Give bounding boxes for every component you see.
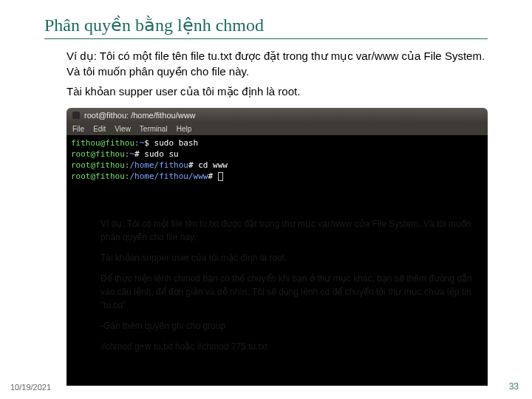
terminal-menubar: File Edit View Terminal Help [66,123,488,135]
ghost-p3: Để thực hiện lệnh chmod bạn có thể chuyể… [100,272,474,312]
slide-title: Phân quyền bằng lệnh chmod [0,0,532,38]
ghost-p2: Tài khỏan supper user của tôi mặc định l… [100,251,474,265]
menu-edit[interactable]: Edit [93,125,106,133]
ghost-p1: Ví dụ: Tôi có một file tên tu.txt được đ… [100,217,474,244]
ghost-p4: -Gán thêm quyền ghi cho group [100,319,474,332]
slide-date: 10/19/2021 [10,383,51,392]
menu-help[interactable]: Help [177,125,192,133]
terminal-body[interactable]: fithou@fithou:~$ sudo bashroot@fithou:~#… [66,135,488,386]
menu-terminal[interactable]: Terminal [140,125,168,133]
terminal-icon [72,112,80,119]
ghost-overlay: Ví dụ: Tôi có một file tên tu.txt được đ… [71,204,483,364]
body-line-1: Ví dụ: Tôi có một file tên file tu.txt đ… [0,48,532,83]
terminal-window: root@fithou: /home/fithou/www File Edit … [66,108,488,386]
terminal-title: root@fithou: /home/fithou/www [84,111,196,120]
cursor-icon [218,172,223,181]
menu-file[interactable]: File [72,125,84,133]
slide-page-number: 33 [509,381,519,392]
term-line-2: root@fithou:~# sudo su [71,149,483,160]
body-line-2: Tài khỏan supper user của tôi mặc định l… [0,83,532,103]
term-line-4: root@fithou:/home/fithou/www# [71,171,483,183]
ghost-p5: #chmod g+w tu.txt hoặc #chmod 775 tu.txt [100,340,474,353]
title-underline [44,38,488,39]
menu-view[interactable]: View [115,125,131,133]
term-line-1: fithou@fithou:~$ sudo bash [71,138,483,149]
term-line-3: root@fithou:/home/fithou# cd www [71,160,483,171]
terminal-titlebar: root@fithou: /home/fithou/www [66,108,488,123]
